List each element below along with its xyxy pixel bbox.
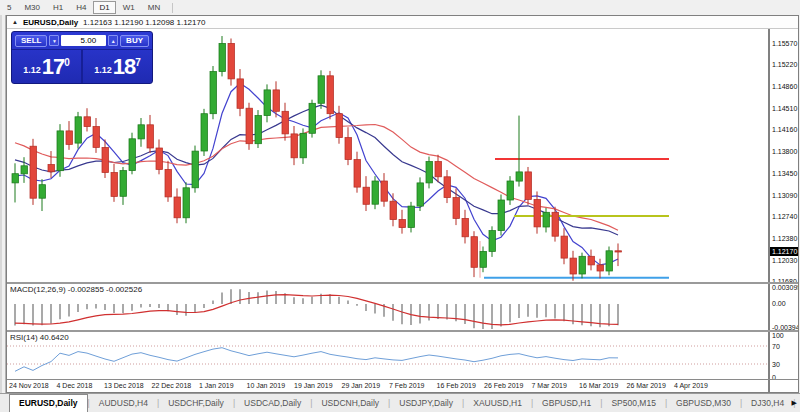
price-chart-plot[interactable]: SELL ▼ 5.00 ▲ BUY 1.12 17 0 1.12 18 7 — [7, 29, 768, 282]
price-axis-label: 1.14510 — [772, 105, 797, 113]
date-label: 29 Jan 2019 — [342, 382, 381, 389]
macd-label: MACD(12,26,9) -0.002855 -0.002526 — [10, 285, 142, 294]
price-axis-label: 1.12030 — [772, 257, 797, 265]
chart-tabs-bar: EURUSD,Daily|AUDUSD,H4|USDCHF,Daily|USDC… — [0, 393, 800, 412]
chart-tab-gbpusd[interactable]: GBPUSD,H1 — [533, 395, 600, 412]
price-axis-label: 1.14160 — [772, 126, 797, 134]
date-label: 26 Feb 2019 — [484, 382, 523, 389]
date-label: 16 Feb 2019 — [437, 382, 476, 389]
ask-price-pipette: 7 — [135, 57, 141, 68]
date-label: 22 Dec 2018 — [152, 382, 192, 389]
macd-axis-label: 0.00 — [772, 300, 786, 308]
chart-window: ▲ EURUSD,Daily 1.12163 1.12190 1.12098 1… — [6, 15, 799, 393]
buy-button[interactable]: BUY — [120, 35, 149, 47]
date-label: 4 Apr 2019 — [674, 382, 708, 389]
date-label: 4 Dec 2018 — [57, 382, 93, 389]
timeframe-button-m30[interactable]: M30 — [18, 1, 46, 14]
timeframe-button-mn[interactable]: MN — [142, 1, 166, 14]
date-label: 1 Jan 2019 — [199, 382, 234, 389]
rsi-axis-label: 100 — [772, 332, 784, 340]
chart-tab-gbpusd[interactable]: GBPUSD,M30 — [667, 395, 740, 412]
bid-price-big-digits: 17 — [42, 55, 64, 79]
date-label: 13 Dec 2018 — [104, 382, 144, 389]
ask-price-big-digits: 18 — [113, 55, 135, 79]
rsi-panel: RSI(14) 40.6420 10070300 — [7, 332, 798, 379]
price-axis: 1.155701.152201.148601.145101.141601.138… — [768, 29, 798, 282]
chart-tab-usdcnh[interactable]: USDCNH,Daily — [312, 395, 388, 412]
toolbar-separator — [172, 3, 173, 13]
chart-title-bar: ▲ EURUSD,Daily 1.12163 1.12190 1.12098 1… — [7, 16, 798, 29]
date-label: 19 Jan 2019 — [294, 382, 333, 389]
date-axis: 24 Nov 20184 Dec 201813 Dec 201822 Dec 2… — [7, 380, 768, 392]
chart-ohlc-values: 1.12163 1.12190 1.12098 1.12170 — [83, 18, 205, 27]
macd-axis-label: -0.003947 — [772, 324, 798, 330]
rsi-plot[interactable]: RSI(14) 40.6420 — [7, 332, 768, 379]
volume-field[interactable]: 5.00 — [61, 35, 106, 46]
price-axis-label: 1.11680 — [772, 278, 797, 282]
chart-tab-audusd[interactable]: AUDUSD,H4 — [90, 395, 157, 412]
macd-plot[interactable]: MACD(12,26,9) -0.002855 -0.002526 — [7, 284, 768, 330]
chart-symbol-title: EURUSD,Daily — [23, 18, 78, 27]
ask-price-display[interactable]: 1.12 18 7 — [81, 50, 152, 83]
date-label: 24 Nov 2018 — [9, 382, 49, 389]
timeframe-toolbar: 5M30H1H4D1W1MN — [0, 0, 800, 15]
timeframe-button-5[interactable]: 5 — [1, 1, 17, 14]
macd-axis-label: 0.003095 — [772, 284, 798, 292]
price-axis-label: 1.14860 — [772, 83, 797, 91]
current-price-tag: 1.12170 — [770, 247, 798, 256]
date-label: 26 Mar 2019 — [627, 382, 666, 389]
timeframe-button-h1[interactable]: H1 — [47, 1, 69, 14]
main-chart-panel: SELL ▼ 5.00 ▲ BUY 1.12 17 0 1.12 18 7 — [7, 29, 798, 282]
chart-tab-usdchf[interactable]: USDCHF,Daily — [159, 395, 233, 412]
tabs-scroll-right-icon[interactable]: ▶ — [792, 399, 797, 407]
ask-price-prefix: 1.12 — [94, 65, 112, 75]
price-axis-label: 1.12380 — [772, 235, 797, 243]
chart-tab-usdjpy[interactable]: USDJPY,Daily — [390, 395, 462, 412]
chart-tab-xauusd[interactable]: XAUUSD,H1 — [464, 395, 531, 412]
trade-widget-prices: 1.12 17 0 1.12 18 7 — [12, 49, 152, 83]
rsi-label: RSI(14) 40.6420 — [10, 333, 69, 342]
chart-tab-sp500[interactable]: SP500,M15 — [602, 395, 664, 412]
date-label: 16 Mar 2019 — [579, 382, 618, 389]
bid-price-pipette: 0 — [64, 57, 70, 68]
timeframe-button-h4[interactable]: H4 — [70, 1, 92, 14]
macd-panel: MACD(12,26,9) -0.002855 -0.002526 0.0030… — [7, 284, 798, 330]
timeframe-button-d1[interactable]: D1 — [93, 1, 115, 14]
rsi-axis: 10070300 — [768, 332, 798, 379]
timeframe-button-w1[interactable]: W1 — [117, 1, 141, 14]
sell-button[interactable]: SELL — [15, 35, 47, 47]
chart-tab-eurusd[interactable]: EURUSD,Daily — [9, 394, 88, 412]
rsi-axis-label: 30 — [772, 361, 780, 369]
date-axis-corner — [768, 380, 798, 392]
price-axis-label: 1.15570 — [772, 40, 797, 48]
chart-tab-dj30[interactable]: DJ30,H4 — [742, 395, 793, 412]
date-label: 7 Feb 2019 — [389, 382, 424, 389]
volume-decrease-icon[interactable]: ▼ — [49, 35, 59, 46]
date-label: 10 Jan 2019 — [247, 382, 286, 389]
one-click-trading-widget: SELL ▼ 5.00 ▲ BUY 1.12 17 0 1.12 18 7 — [11, 31, 153, 84]
price-axis-label: 1.12740 — [772, 213, 797, 221]
trade-widget-controls: SELL ▼ 5.00 ▲ BUY — [12, 32, 152, 49]
bid-price-prefix: 1.12 — [23, 65, 41, 75]
rsi-chart — [7, 332, 768, 379]
bid-price-display[interactable]: 1.12 17 0 — [12, 50, 81, 83]
volume-increase-icon[interactable]: ▲ — [108, 35, 118, 46]
macd-axis: 0.0030950.00-0.003947 — [768, 284, 798, 330]
price-axis-label: 1.13090 — [772, 192, 797, 200]
date-label: 7 Mar 2019 — [532, 382, 567, 389]
price-axis-label: 1.13450 — [772, 170, 797, 178]
rsi-axis-label: 70 — [772, 343, 780, 351]
price-axis-label: 1.13800 — [772, 148, 797, 156]
collapse-icon[interactable]: ▲ — [12, 19, 18, 25]
date-axis-row: 24 Nov 20184 Dec 201813 Dec 201822 Dec 2… — [7, 379, 798, 392]
price-axis-label: 1.15220 — [772, 61, 797, 69]
chart-tab-usdcad[interactable]: USDCAD,Daily — [235, 395, 310, 412]
